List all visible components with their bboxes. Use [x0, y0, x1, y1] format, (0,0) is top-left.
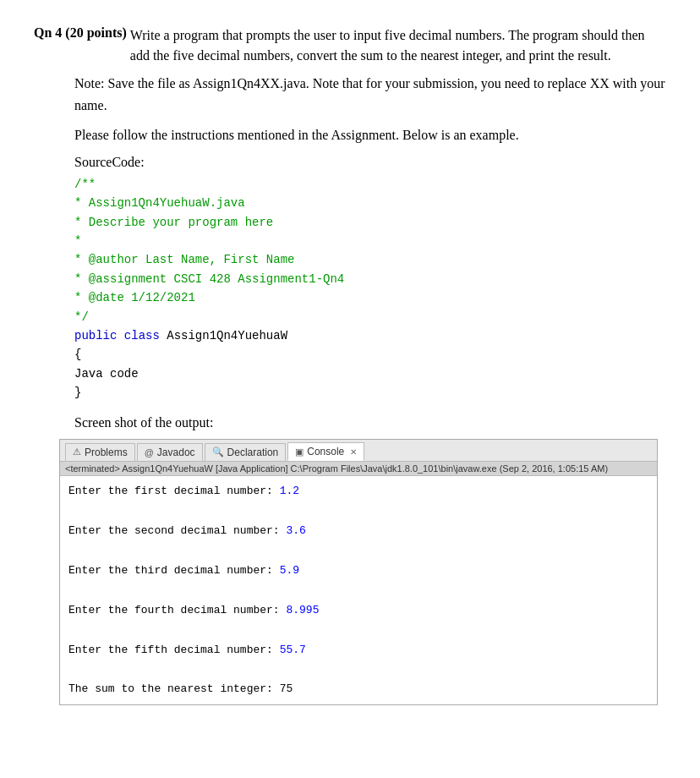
tab-javadoc[interactable]: @ Javadoc	[137, 443, 203, 461]
console-line-blank-3	[68, 580, 648, 600]
question-header: Qn 4 (20 points) Write a program that pr…	[34, 25, 666, 66]
prompt-1: Enter the first decimal number:	[68, 485, 280, 497]
javadoc-icon: @	[145, 447, 154, 457]
tab-javadoc-label: Javadoc	[157, 447, 195, 458]
console-line-blank-1	[68, 501, 648, 521]
console-line-2: Enter the second decimal number: 3.6	[68, 521, 648, 540]
console-line-blank-4	[68, 620, 648, 639]
prompt-5: Enter the fifth decimal number:	[68, 644, 280, 656]
console-tabs-bar: ⚠ Problems @ Javadoc 🔍 Declaration ▣ Con…	[60, 440, 657, 462]
note-text: Note: Save the file as Assign1Qn4XX.java…	[74, 76, 665, 112]
console-line-result: The sum to the nearest integer: 75	[68, 679, 648, 699]
tab-problems[interactable]: ⚠ Problems	[65, 443, 135, 461]
code-line-4: * @author Last Name, First Name	[74, 250, 666, 269]
instruction-block: Please follow the instructions mentioned…	[74, 124, 666, 146]
question-number: Qn 4	[34, 25, 62, 66]
console-output: Enter the first decimal number: 1.2 Ente…	[60, 476, 657, 704]
console-status-bar: <terminated> Assign1Qn4YuehuaW [Java App…	[60, 462, 657, 476]
code-public-class: public class Assign1Qn4YuehuaW	[74, 326, 666, 345]
console-line-5: Enter the fifth decimal number: 55.7	[68, 640, 648, 660]
problems-icon: ⚠	[73, 447, 81, 457]
code-line-6: * @date 1/12/2021	[74, 288, 666, 307]
console-line-4: Enter the fourth decimal number: 8.995	[68, 600, 648, 620]
note-block: Note: Save the file as Assign1Qn4XX.java…	[74, 73, 666, 116]
tab-problems-label: Problems	[85, 447, 128, 458]
prompt-3: Enter the third decimal number:	[68, 564, 280, 577]
code-line-2: * Describe your program here	[74, 213, 666, 232]
tab-declaration[interactable]: 🔍 Declaration	[205, 443, 287, 461]
console-icon: ▣	[295, 447, 304, 457]
console-line-3: Enter the third decimal number: 5.9	[68, 561, 648, 580]
code-block: /** * Assign1Qn4YuehuaW.java * Describe …	[74, 175, 666, 403]
source-label: SourceCode:	[74, 155, 666, 170]
question-description: Write a program that prompts the user to…	[130, 25, 666, 66]
input-4: 8.995	[286, 604, 319, 616]
code-line-3: *	[74, 232, 666, 250]
declaration-icon: 🔍	[212, 447, 224, 457]
code-line-comment-close: */	[74, 308, 666, 326]
tab-declaration-label: Declaration	[227, 447, 279, 458]
code-brace-open: {	[74, 345, 666, 364]
tab-console[interactable]: ▣ Console ✕	[287, 442, 364, 461]
input-2: 3.6	[286, 524, 305, 537]
input-3: 5.9	[280, 564, 299, 577]
console-line-blank-2	[68, 541, 648, 561]
console-close-icon[interactable]: ✕	[350, 447, 357, 457]
tab-console-label: Console	[307, 446, 344, 457]
console-line-blank-5	[68, 660, 648, 679]
console-container: ⚠ Problems @ Javadoc 🔍 Declaration ▣ Con…	[59, 439, 658, 704]
prompt-4: Enter the fourth decimal number:	[68, 604, 286, 616]
screenshot-label: Screen shot of the output:	[74, 415, 666, 430]
input-5: 55.7	[280, 644, 306, 656]
instruction-text: Please follow the instructions mentioned…	[74, 128, 519, 142]
code-brace-close: }	[74, 383, 666, 402]
code-line-comment-open: /**	[74, 175, 666, 194]
result-text: The sum to the nearest integer: 75	[68, 682, 293, 695]
code-line-5: * @assignment CSCI 428 Assignment1-Qn4	[74, 270, 666, 288]
prompt-2: Enter the second decimal number:	[68, 524, 286, 537]
code-line-1: * Assign1Qn4YuehuaW.java	[74, 194, 666, 212]
input-1: 1.2	[280, 485, 299, 497]
question-points: (20 points)	[65, 25, 126, 66]
code-java-code: Java code	[74, 364, 666, 383]
console-line-1: Enter the first decimal number: 1.2	[68, 481, 648, 501]
